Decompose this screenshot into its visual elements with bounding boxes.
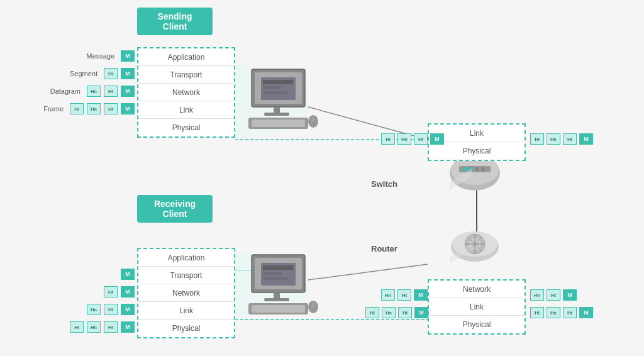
router-label: Router bbox=[371, 244, 397, 253]
hn-sw-r: Hn bbox=[547, 133, 560, 145]
m-rb-l: M bbox=[414, 307, 428, 318]
svg-rect-18 bbox=[252, 120, 305, 127]
router-icon bbox=[447, 226, 503, 267]
recv-link-row: Hn Ht M bbox=[19, 301, 135, 318]
router-packet-left-top: Hn Ht M bbox=[380, 289, 428, 301]
svg-rect-35 bbox=[274, 292, 280, 299]
svg-line-3 bbox=[308, 264, 428, 280]
hn-rb-l: Hn bbox=[382, 307, 396, 318]
hn-sw-l: Hn bbox=[397, 133, 411, 145]
svg-rect-34 bbox=[263, 277, 288, 280]
ht-block-1: Ht bbox=[104, 68, 118, 79]
frame-row: Frame Hl Hn Ht M bbox=[19, 100, 135, 118]
layer-application: Application bbox=[138, 48, 234, 66]
hn-rt-r: Hn bbox=[530, 289, 544, 301]
svg-rect-12 bbox=[263, 80, 293, 84]
hn-block-1: Hn bbox=[87, 86, 101, 97]
hl-block-1: Hl bbox=[70, 103, 84, 114]
m-block-2: M bbox=[121, 68, 135, 79]
segment-label: Segment bbox=[63, 70, 97, 77]
datagram-row: Datagram Hn Ht M bbox=[19, 82, 135, 100]
svg-rect-14 bbox=[263, 91, 288, 94]
hl-sw-r: Hl bbox=[530, 133, 544, 145]
hl-rb-l: Hl bbox=[365, 307, 379, 318]
m-block-3: M bbox=[121, 86, 135, 97]
message-label: Message bbox=[80, 52, 114, 60]
message-row: Message M bbox=[19, 47, 135, 65]
switch-packet-right: Hl Hn Ht M bbox=[530, 133, 594, 145]
switch-packet-left: Hl Hn Ht M bbox=[380, 133, 445, 145]
router-layer-network: Network bbox=[429, 281, 525, 298]
m-rt-l: M bbox=[414, 289, 428, 301]
router-layer-physical: Physical bbox=[429, 316, 525, 333]
blank-row bbox=[19, 118, 135, 135]
svg-rect-15 bbox=[274, 107, 280, 113]
router-packet-left-bottom: Hl Hn Ht M bbox=[365, 306, 429, 319]
ht-block-3: Ht bbox=[104, 103, 118, 114]
hl-recv-1: Hl bbox=[70, 321, 84, 333]
sending-layers-box: Application Transport Network Link Physi… bbox=[137, 47, 235, 138]
layer-physical: Physical bbox=[138, 119, 234, 136]
recv-layer-transport: Transport bbox=[138, 267, 234, 284]
sending-left-labels: Message M Segment Ht M Datagram Hn Ht M … bbox=[19, 47, 135, 135]
router-layer-link: Link bbox=[429, 298, 525, 316]
receiving-left-labels: M Ht M Hn Ht M Hl Hn Ht M bbox=[19, 248, 135, 336]
m-sw-r: M bbox=[579, 133, 593, 145]
recv-phys-row: Hl Hn Ht M bbox=[19, 318, 135, 336]
layer-transport: Transport bbox=[138, 66, 234, 84]
m-rt-r: M bbox=[563, 289, 577, 301]
recv-app-row bbox=[19, 248, 135, 265]
receiving-computer bbox=[245, 252, 321, 318]
hl-rb-r: Hl bbox=[530, 307, 544, 318]
hn-rb-r: Hn bbox=[547, 307, 560, 318]
diagram: Sending Client Message M Segment Ht M Da… bbox=[0, 0, 644, 356]
m-recv-2: M bbox=[121, 286, 135, 298]
recv-layer-physical: Physical bbox=[138, 320, 234, 337]
hn-rt-l: Hn bbox=[381, 289, 395, 301]
hn-block-2: Hn bbox=[87, 103, 101, 114]
ht-rb-r: Ht bbox=[563, 307, 577, 318]
recv-layer-application: Application bbox=[138, 249, 234, 267]
svg-rect-32 bbox=[263, 265, 293, 270]
m-recv-4: M bbox=[121, 321, 135, 333]
svg-rect-13 bbox=[263, 86, 282, 89]
ht-recv-2: Ht bbox=[104, 304, 118, 315]
recv-layer-network: Network bbox=[138, 284, 234, 302]
datagram-label: Datagram bbox=[46, 87, 80, 95]
svg-rect-26 bbox=[475, 167, 479, 171]
sending-client-label: Sending Client bbox=[137, 8, 213, 35]
svg-rect-16 bbox=[264, 113, 289, 116]
receiving-client-label: Receiving Client bbox=[137, 195, 213, 223]
ht-sw-r: Ht bbox=[563, 133, 577, 145]
svg-rect-33 bbox=[263, 272, 282, 275]
svg-rect-24 bbox=[462, 167, 466, 171]
switch-label: Switch bbox=[371, 179, 397, 189]
ht-rt-r: Ht bbox=[547, 289, 560, 301]
hl-sw-l: Hl bbox=[381, 133, 395, 145]
svg-rect-38 bbox=[252, 305, 305, 313]
hn-recv-1: Hn bbox=[87, 304, 101, 315]
svg-rect-36 bbox=[264, 298, 289, 301]
m-recv-1: M bbox=[121, 269, 135, 280]
m-recv-3: M bbox=[121, 304, 135, 315]
router-packet-right-top: Hn Ht M bbox=[530, 289, 577, 301]
recv-net-row: Ht M bbox=[19, 283, 135, 301]
ht-sw-l: Ht bbox=[414, 133, 428, 145]
layer-link: Link bbox=[138, 101, 234, 119]
receiving-layers-box: Application Transport Network Link Physi… bbox=[137, 248, 235, 338]
hn-recv-2: Hn bbox=[87, 321, 101, 333]
ht-block-2: Ht bbox=[104, 86, 118, 97]
m-sw-l: M bbox=[430, 133, 444, 145]
m-block-4: M bbox=[121, 103, 135, 114]
ht-rb-l: Ht bbox=[398, 307, 412, 318]
ht-recv-1: Ht bbox=[104, 286, 118, 298]
layer-network: Network bbox=[138, 84, 234, 101]
ht-recv-3: Ht bbox=[104, 321, 118, 333]
m-rb-r: M bbox=[579, 307, 593, 318]
frame-label: Frame bbox=[29, 105, 64, 113]
recv-trans-row: M bbox=[19, 265, 135, 283]
ht-rt-l: Ht bbox=[397, 289, 411, 301]
recv-layer-link: Link bbox=[138, 302, 234, 320]
m-block-1: M bbox=[121, 50, 135, 62]
router-layers-box: Network Link Physical bbox=[428, 279, 526, 335]
